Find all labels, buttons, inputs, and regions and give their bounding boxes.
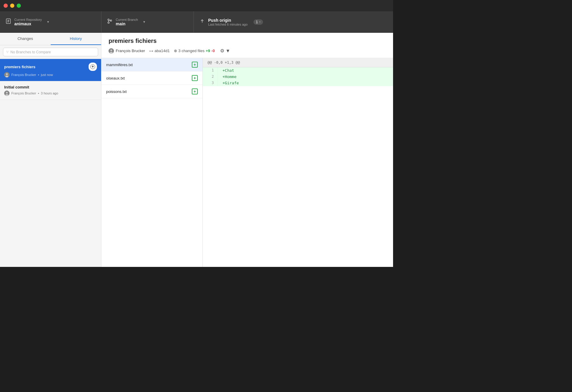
changed-files-count: 3 — [178, 49, 180, 53]
close-button[interactable] — [4, 4, 8, 8]
branch-label: Current Branch — [116, 18, 138, 21]
commit-item-header-0: premiers fichiers — [4, 63, 97, 71]
file-item-0[interactable]: mammifères.txt + — [101, 58, 202, 71]
svg-point-5 — [108, 22, 109, 24]
commit-author-name: François Brucker — [116, 49, 145, 53]
commit-header: premiers fichiers François Brucker — [101, 33, 393, 58]
diff-line-content-0: +Chat — [218, 67, 393, 74]
diff-settings-button[interactable]: ⚙ ▼ — [219, 47, 231, 54]
tab-history[interactable]: History — [51, 33, 101, 45]
push-text: Push origin Last fetched 6 minutes ago — [208, 18, 248, 26]
commit-author-0: François Brucker — [11, 73, 36, 77]
svg-point-18 — [110, 49, 112, 51]
file-added-icon-1: + — [192, 75, 198, 81]
svg-point-16 — [5, 94, 8, 96]
svg-point-12 — [6, 73, 8, 75]
changed-files-label: changed files — [182, 49, 205, 53]
diff-header: @@ -0,0 +1,3 @@ — [203, 58, 393, 67]
branch-name: main — [116, 21, 138, 26]
file-name-2: poissons.txt — [106, 89, 127, 94]
settings-chevron: ▼ — [225, 48, 230, 54]
commit-list: premiers fichiers — [0, 59, 101, 267]
commit-item-header-1: Initial commit — [4, 85, 97, 89]
commit-dot-0: • — [38, 73, 39, 77]
repo-label: Current Repository — [14, 18, 42, 21]
diff-line-content-1: +Homme — [218, 74, 393, 80]
commit-author-info: François Brucker — [109, 48, 145, 54]
commit-dot-1: • — [38, 91, 39, 95]
sha-icon: ⊶ — [149, 49, 153, 53]
diff-line-0: 1 +Chat — [203, 67, 393, 74]
commit-author-1: François Brucker — [11, 91, 36, 95]
tab-changes[interactable]: Changes — [0, 33, 51, 45]
toolbar: Current Repository animaux ▼ Current Bra… — [0, 11, 393, 33]
avatar-1 — [4, 91, 10, 96]
minimize-button[interactable] — [10, 4, 14, 8]
diff-line-2: 3 +Girafe — [203, 80, 393, 86]
diff-line-number-1: 2 — [203, 74, 218, 80]
commit-title-1: Initial commit — [4, 85, 29, 89]
current-repository-section[interactable]: Current Repository animaux ▼ — [0, 11, 101, 32]
sha-value: aba14d1 — [154, 49, 170, 53]
svg-point-13 — [5, 76, 8, 77]
push-count: 1 — [256, 20, 258, 24]
svg-point-19 — [110, 52, 113, 54]
diff-removed: -0 — [211, 49, 215, 53]
repo-name: animaux — [14, 21, 42, 26]
file-list: mammifères.txt + oiseaux.txt + poissons.… — [101, 58, 203, 267]
file-added-icon-2: + — [192, 88, 198, 94]
changed-files-plus-icon: ⊕ — [174, 49, 177, 53]
push-up-icon: ↑ — [259, 20, 261, 24]
file-item-2[interactable]: poissons.txt + — [101, 85, 202, 98]
commit-sha: ⊶ aba14d1 — [149, 49, 170, 53]
commit-title-0: premiers fichiers — [4, 65, 35, 69]
diff-view[interactable]: @@ -0,0 +1,3 @@ 1 +Chat 2 +Homme 3 +Gira… — [203, 58, 393, 267]
traffic-lights — [4, 4, 21, 8]
file-name-1: oiseaux.txt — [106, 76, 125, 80]
branch-chevron-icon: ▼ — [143, 20, 146, 24]
main-content: Changes History ⑂ No Branches to Compare… — [0, 33, 393, 267]
file-name-0: mammifères.txt — [106, 63, 133, 67]
split-view: mammifères.txt + oiseaux.txt + poissons.… — [101, 58, 393, 267]
diff-line-number-2: 3 — [203, 80, 218, 86]
diff-added: +9 — [206, 49, 210, 53]
avatar-0 — [4, 72, 10, 77]
commit-author-avatar — [109, 48, 114, 54]
branch-compare-label: No Branches to Compare — [10, 50, 51, 54]
current-branch-section[interactable]: Current Branch main ▼ — [101, 11, 194, 32]
commit-time-0: just now — [41, 73, 53, 77]
branch-compare-input[interactable]: ⑂ No Branches to Compare — [3, 48, 98, 56]
sidebar-tabs: Changes History — [0, 33, 101, 45]
maximize-button[interactable] — [17, 4, 21, 8]
titlebar — [0, 0, 393, 11]
push-sublabel: Last fetched 6 minutes ago — [208, 23, 248, 26]
push-icon — [199, 18, 205, 26]
push-label: Push origin — [208, 18, 248, 23]
branch-compare-section: ⑂ No Branches to Compare — [0, 45, 101, 59]
commit-meta-0: François Brucker • just now — [4, 72, 97, 77]
svg-point-4 — [108, 19, 109, 21]
commit-time-1: 3 hours ago — [41, 91, 58, 95]
sidebar: Changes History ⑂ No Branches to Compare… — [0, 33, 101, 267]
commit-item-1[interactable]: Initial commit François Brucker • 3 hour… — [0, 81, 101, 100]
diff-line-number-0: 1 — [203, 67, 218, 74]
commit-meta-1: François Brucker • 3 hours ago — [4, 91, 97, 96]
branch-icon — [107, 18, 113, 26]
repo-text: Current Repository animaux — [14, 18, 42, 26]
push-origin-section[interactable]: Push origin Last fetched 6 minutes ago 1… — [194, 11, 393, 32]
file-added-icon-0: + — [192, 62, 198, 68]
commit-info-row: François Brucker ⊶ aba14d1 ⊕ 3 changed f… — [109, 47, 386, 54]
diff-line-content-2: +Girafe — [218, 80, 393, 86]
content-area: premiers fichiers François Brucker — [101, 33, 393, 267]
branch-compare-icon: ⑂ — [6, 50, 9, 54]
branch-text: Current Branch main — [116, 18, 138, 26]
push-badge: 1 ↑ — [253, 19, 263, 25]
repo-icon — [5, 18, 11, 26]
changed-files-info: ⊕ 3 changed files +9 -0 — [174, 49, 215, 53]
diff-line-1: 2 +Homme — [203, 74, 393, 80]
file-item-1[interactable]: oiseaux.txt + — [101, 71, 202, 85]
repo-chevron-icon: ▼ — [47, 20, 50, 24]
commit-item-0[interactable]: premiers fichiers — [0, 59, 101, 81]
svg-point-15 — [6, 92, 8, 94]
commit-header-title: premiers fichiers — [109, 38, 386, 44]
